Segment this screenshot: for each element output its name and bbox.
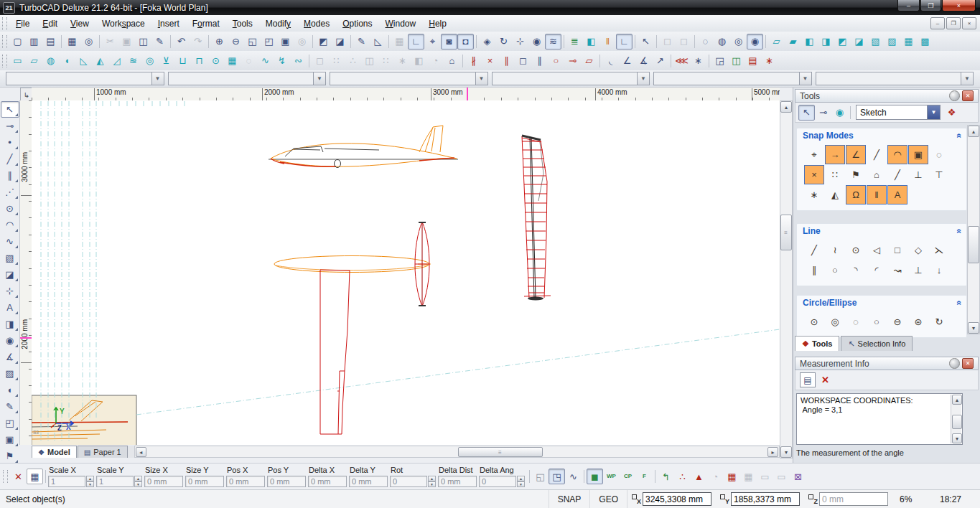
sphere-icon[interactable]: ◍ [42, 53, 59, 69]
zoom-fullview-icon[interactable]: ▣ [277, 34, 294, 50]
rotated-rectangle-icon[interactable]: ◇ [908, 240, 928, 260]
paste-icon[interactable]: ◫ [135, 34, 151, 50]
pin-icon[interactable] [949, 358, 960, 369]
menu-file[interactable]: File [9, 17, 36, 31]
snap-perpendicular-icon[interactable]: ⊥ [908, 165, 928, 184]
spiral-icon[interactable]: ↯ [274, 53, 290, 69]
scroll-down-arrow[interactable]: ▾ [968, 322, 979, 334]
inspector-cancel-icon[interactable]: ✕ [10, 469, 27, 484]
select-handles-icon[interactable]: ◻ [659, 34, 676, 50]
parallel-line-tool-icon[interactable]: ∥ [1, 167, 19, 184]
field-input[interactable]: 0 mm [226, 476, 265, 487]
brush-tool-icon[interactable]: ✎ [1, 398, 19, 415]
menu-window[interactable]: Window [379, 17, 423, 31]
snap-quadrant-icon[interactable]: ▣ [908, 145, 928, 164]
zoom-out-icon[interactable]: ⊖ [228, 34, 244, 50]
menu-modify[interactable]: Modify [259, 17, 297, 31]
field-input[interactable]: 0 mm [349, 476, 388, 487]
view-cube-9-icon[interactable]: ▦ [900, 34, 917, 50]
look-at-icon[interactable]: ◉ [528, 34, 545, 50]
box-tool-icon[interactable]: ▧ [1, 250, 19, 266]
explode-icon[interactable]: ∗ [761, 53, 778, 69]
construction-line-tool-icon[interactable]: ⋰ [1, 184, 19, 200]
edit-node-tool-icon[interactable]: ⊸ [1, 118, 19, 134]
polygon-vertex-icon[interactable]: ◁ [867, 240, 887, 260]
workplane-facet-icon[interactable]: F [636, 469, 653, 484]
perpendicular-line-icon[interactable]: ⋋ [929, 240, 949, 260]
flag-tool-icon[interactable]: ⚑ [1, 448, 19, 464]
palette-scroll-thumb[interactable] [968, 226, 979, 263]
view-cube-7-icon[interactable]: ▧ [867, 34, 884, 50]
collapse-chevron-icon[interactable]: « [955, 133, 965, 138]
copy-linear-icon[interactable]: ◻ [312, 53, 328, 69]
print-icon[interactable]: ▦ [64, 34, 80, 50]
property-combobox-3[interactable]: ▼ [330, 72, 488, 85]
render-wireframe-icon[interactable]: ◌ [697, 34, 714, 50]
spinner[interactable]: ▲▼ [428, 476, 436, 487]
image-crossed-icon[interactable]: ⊠ [790, 469, 806, 484]
rectangle-icon[interactable]: □ [887, 240, 907, 260]
image-tool-icon[interactable]: ◨ [1, 316, 19, 332]
measurement-list-icon[interactable]: ▤ [800, 372, 816, 387]
axes-toggle-icon[interactable]: ∟ [408, 34, 424, 50]
scroll-down-arrow[interactable]: ▾ [780, 446, 792, 458]
scroll-up-arrow[interactable]: ▴ [952, 395, 962, 405]
context-help-icon[interactable]: ↖ [638, 34, 654, 50]
render-scene-icon[interactable]: ◙ [441, 34, 457, 50]
solid-tool-icon[interactable]: ◪ [1, 266, 19, 283]
align-icon[interactable]: ∗ [690, 53, 706, 69]
copy-entities-icon[interactable]: ◩ [315, 34, 332, 50]
collapse-chevron-icon[interactable]: « [955, 229, 965, 234]
spinner[interactable]: ▲▼ [86, 476, 94, 487]
measure-icon[interactable]: ◺ [370, 34, 386, 50]
scroll-down-arrow[interactable]: ▾ [952, 433, 962, 443]
parallel-lines-icon[interactable]: ∥ [804, 260, 824, 280]
chevron-down-icon[interactable]: ▼ [313, 72, 325, 85]
view-cube-1-icon[interactable]: ▱ [768, 34, 785, 50]
arc-tool-icon[interactable]: ◠ [1, 217, 19, 233]
vase-icon[interactable]: ⊻ [158, 53, 174, 69]
scroll-up-arrow[interactable]: ▴ [780, 101, 792, 113]
box-3d-icon[interactable]: ▭ [9, 53, 26, 69]
print-preview-icon[interactable]: ◎ [80, 34, 97, 50]
chamfer-icon[interactable]: ∠ [619, 53, 635, 69]
circle-tool-icon[interactable]: ⊙ [1, 200, 19, 217]
spline-tool-icon[interactable]: ∿ [1, 233, 19, 250]
stack-tool-icon[interactable]: ▣ [1, 431, 19, 448]
tailplane-top-view[interactable] [415, 222, 429, 306]
chamfer-angle-icon[interactable]: ∡ [635, 53, 652, 69]
transform-tool-icon[interactable]: ⊹ [1, 283, 19, 299]
line-multiline-icon[interactable]: ≀ [825, 240, 845, 260]
select-tool-icon[interactable]: ↖ [798, 105, 815, 121]
property-combobox-2[interactable]: ▼ [168, 72, 327, 85]
stamp-icon[interactable]: ◲ [711, 53, 728, 69]
field-input[interactable]: 0 mm [438, 476, 477, 487]
rotated-box-icon[interactable]: ▱ [26, 53, 42, 69]
horizontal-scroll-thumb[interactable]: ≡ [458, 447, 543, 457]
block-icon[interactable]: ▭ [757, 469, 773, 484]
style-combobox[interactable]: Sketch ▼ [856, 105, 941, 120]
circle-3-point-icon[interactable]: ○ [867, 312, 887, 331]
menu-workspace[interactable]: Workspace [95, 17, 151, 31]
prism-icon[interactable]: ◭ [92, 53, 108, 69]
panel-close-icon[interactable]: ✕ [962, 90, 974, 101]
menu-drag-handle[interactable] [2, 17, 7, 30]
snap-toggle[interactable]: SNAP [549, 490, 590, 508]
no-snap-icon[interactable]: ⌖ [804, 145, 824, 164]
rotated-ellipse-icon[interactable]: ↻ [929, 312, 949, 331]
field-input[interactable]: 0 [390, 476, 427, 487]
magnetic-point-icon[interactable]: Ω [846, 185, 866, 204]
undo-icon[interactable]: ↶ [173, 34, 190, 50]
line-single-icon[interactable]: ╱ [804, 240, 824, 260]
brush-style-icon[interactable]: ❖ [943, 105, 960, 121]
chevron-down-icon[interactable]: ▼ [637, 72, 649, 85]
wing-top-view[interactable] [274, 256, 431, 435]
open-icon[interactable]: ▥ [26, 34, 42, 50]
render-hidden-line-icon[interactable]: ◍ [714, 34, 730, 50]
palette-tab-selection-info[interactable]: ↖Selection Info [841, 336, 913, 351]
relative-coordinates-icon[interactable]: ◱ [532, 469, 549, 484]
select-area-icon[interactable]: ◻ [676, 34, 692, 50]
no-frame-icon[interactable]: ▦ [724, 469, 740, 484]
line-tool-icon[interactable]: ╱ [1, 151, 19, 167]
construction-lines[interactable] [41, 101, 780, 443]
